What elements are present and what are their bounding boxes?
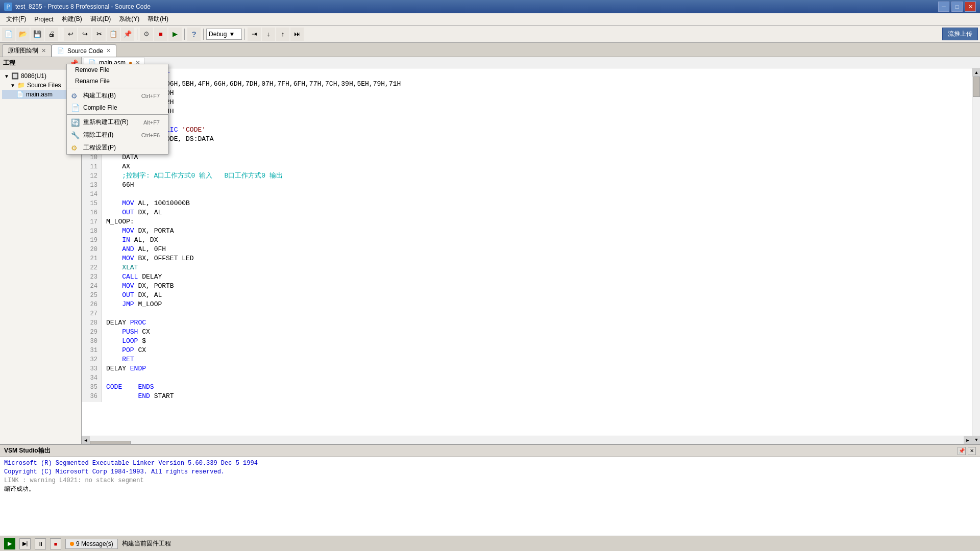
- upload-btn[interactable]: 流推上传: [942, 28, 978, 40]
- cm-sep-2: [67, 114, 168, 115]
- paste-btn[interactable]: 📌: [121, 28, 134, 41]
- cm-clean-project[interactable]: 🔧 清除工程(I) Ctrl+F6: [67, 129, 168, 141]
- code-line-29: PUSH CX: [106, 328, 976, 337]
- output-panel: VSM Studio输出 📌 ✕ Microsoft (R) Segmented…: [0, 444, 980, 536]
- cm-sep-1: [67, 88, 168, 88]
- cm-rename-file[interactable]: Rename File: [67, 76, 168, 87]
- sep3: [184, 29, 185, 40]
- output-line-5: 编译成功。: [4, 485, 976, 494]
- output-content: Microsoft (R) Segmented Executable Linke…: [0, 457, 980, 536]
- redo-btn[interactable]: ↪: [78, 28, 91, 41]
- close-button[interactable]: ✕: [965, 2, 976, 12]
- run-btn[interactable]: ▶: [168, 28, 182, 41]
- tab-source-close[interactable]: ✕: [106, 47, 111, 54]
- cm-settings-icon: ⚙: [71, 144, 78, 152]
- code-editor[interactable]: 📄 main.asm ● ✕ 1 2 3 4 5 6 7 8 9 10 11 1…: [82, 57, 980, 444]
- cm-project-settings[interactable]: ⚙ 工程设置(P): [67, 141, 168, 154]
- stop-btn[interactable]: ■: [154, 28, 167, 41]
- maximize-button[interactable]: □: [951, 2, 963, 12]
- scroll-down-btn[interactable]: ▼: [972, 436, 980, 444]
- tab-source-code[interactable]: 📄 Source Code ✕: [52, 44, 116, 57]
- sep5: [244, 29, 245, 40]
- code-line-31: POP CX: [106, 346, 976, 355]
- save-btn[interactable]: 💾: [31, 28, 44, 41]
- output-close-btn[interactable]: ✕: [968, 447, 976, 455]
- code-line-1: DATA SEGMENT: [106, 70, 976, 80]
- folder-icon: 📁: [17, 82, 25, 89]
- message-count: 9 Message(s): [76, 540, 113, 547]
- code-line-30: LOOP $: [106, 337, 976, 346]
- status-project-label: 构建当前固件工程: [122, 539, 171, 548]
- step-status-btn[interactable]: ▶|: [19, 538, 31, 549]
- new-btn[interactable]: 📄: [2, 28, 15, 41]
- sep4: [203, 29, 204, 40]
- cm-build-project[interactable]: ⚙ 构建工程(B) Ctrl+F7: [67, 89, 168, 102]
- window-controls: ─ □ ✕: [938, 2, 976, 12]
- pause-status-btn[interactable]: ⏸: [35, 538, 46, 549]
- menu-file[interactable]: 文件(F): [2, 14, 30, 25]
- main-asm-label: main.asm: [26, 91, 53, 98]
- tab-schematic-label: 原理图绘制: [8, 46, 38, 55]
- app-icon: P: [4, 3, 12, 11]
- cm-remove-file[interactable]: Remove File: [67, 64, 168, 76]
- code-line-33: DELAY ENDP: [106, 364, 976, 373]
- cm-compile-file[interactable]: 📄 Compile File: [67, 102, 168, 113]
- code-line-34: [106, 373, 976, 383]
- tab-bar: 原理图绘制 ✕ 📄 Source Code ✕: [0, 43, 980, 57]
- step-out-btn[interactable]: ↑: [276, 28, 289, 41]
- open-btn[interactable]: 📂: [16, 28, 30, 41]
- menu-bar: 文件(F) Project 构建(B) 调试(D) 系统(Y) 帮助(H): [0, 13, 980, 26]
- menu-build[interactable]: 构建(B): [58, 14, 86, 25]
- menu-debug[interactable]: 调试(D): [86, 14, 115, 25]
- scroll-right-btn[interactable]: ►: [964, 436, 972, 444]
- tab-source-code-label: Source Code: [67, 47, 103, 55]
- code-lines[interactable]: DATA SEGMENT LED DB 3FH,06H,5BH,4FH,66H,…: [102, 69, 980, 402]
- tree-arrow-1: ▼: [10, 83, 15, 88]
- code-line-35: CODE ENDS: [106, 383, 976, 392]
- vertical-scrollbar[interactable]: ▲ ▼: [972, 68, 980, 444]
- cut-btn[interactable]: ✂: [92, 28, 106, 41]
- title-bar: P test_8255 - Proteus 8 Professional - S…: [0, 0, 980, 13]
- copy-btn[interactable]: 📋: [107, 28, 120, 41]
- status-dot: [70, 542, 74, 546]
- scroll-left-btn[interactable]: ◄: [82, 436, 90, 444]
- code-line-27: [106, 309, 976, 318]
- undo-btn[interactable]: ↩: [64, 28, 77, 41]
- step-into-btn[interactable]: ↓: [262, 28, 275, 41]
- sep2: [137, 29, 137, 40]
- hscroll-thumb[interactable]: [90, 441, 131, 444]
- output-pin-btn[interactable]: 📌: [958, 447, 966, 455]
- output-title: VSM Studio输出: [4, 446, 51, 455]
- cm-build-icon: ⚙: [71, 92, 78, 100]
- help-btn[interactable]: ?: [187, 28, 201, 41]
- scroll-thumb[interactable]: [973, 77, 980, 97]
- code-area: 1 2 3 4 5 6 7 8 9 10 11 12 13 14 15 16 1…: [82, 68, 980, 403]
- file-icon: 📄: [16, 91, 24, 98]
- scroll-up-btn[interactable]: ▲: [972, 68, 980, 77]
- output-controls: 📌 ✕: [958, 447, 976, 455]
- build-btn[interactable]: ⚙: [140, 28, 153, 41]
- code-line-22: XLAT: [106, 263, 976, 272]
- stop-status-btn[interactable]: ■: [50, 538, 61, 549]
- menu-project[interactable]: Project: [30, 14, 57, 25]
- code-line-12: ;控制字: A口工作方式0 输入 B口工作方式0 输出: [106, 171, 976, 181]
- code-line-17: M_LOOP:: [106, 217, 976, 227]
- source-files-label: Source Files: [27, 82, 61, 89]
- toolbar: 📄 📂 💾 🖨 ↩ ↪ ✂ 📋 📌 ⚙ ■ ▶ ? Debug ▼ ⇥ ↓ ↑ …: [0, 26, 980, 43]
- tab-schematic-close[interactable]: ✕: [41, 47, 46, 54]
- continue-btn[interactable]: ⏭: [290, 28, 304, 41]
- code-line-8: ASSUME CS:CODE, DS:DATA: [106, 135, 976, 144]
- code-line-20: AND AL, 0FH: [106, 245, 976, 254]
- debug-dropdown[interactable]: Debug ▼: [206, 29, 242, 40]
- print-btn[interactable]: 🖨: [45, 28, 58, 41]
- menu-system[interactable]: 系统(Y): [115, 14, 143, 25]
- cm-rebuild-project[interactable]: 🔄 重新构建工程(R) Alt+F7: [67, 116, 168, 129]
- run-status-btn[interactable]: ▶: [4, 538, 15, 549]
- step-over-btn[interactable]: ⇥: [248, 28, 261, 41]
- tab-schematic[interactable]: 原理图绘制 ✕: [2, 44, 52, 57]
- code-line-16: OUT DX, AL: [106, 208, 976, 217]
- horizontal-scrollbar[interactable]: ◄ ►: [82, 436, 972, 444]
- code-line-7: SEGMENT PUBLIC 'CODE': [106, 126, 976, 135]
- minimize-button[interactable]: ─: [938, 2, 949, 12]
- menu-help[interactable]: 帮助(H): [143, 14, 173, 25]
